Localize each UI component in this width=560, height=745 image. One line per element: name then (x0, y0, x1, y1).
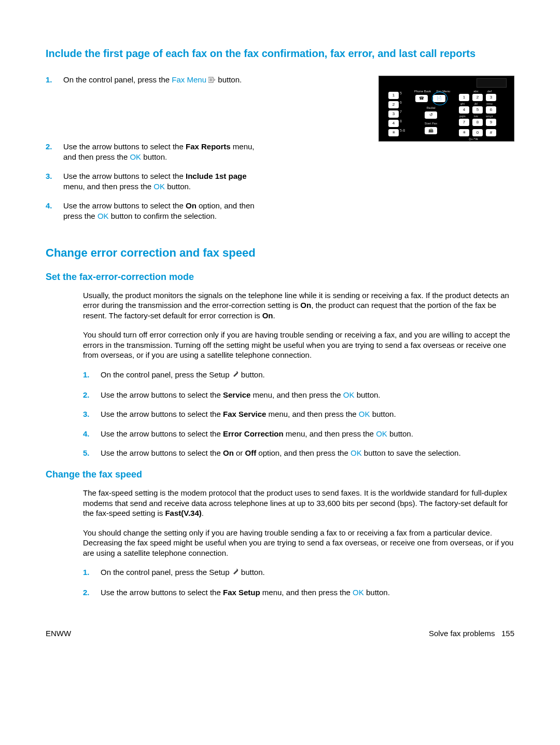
page-footer: ENWW Solve fax problems 155 (46, 628, 514, 639)
steps-list-3: On the control panel, press the Setup bu… (83, 567, 514, 597)
fax-menu-icon (208, 75, 216, 86)
subheading-set-fax-error-correction: Set the fax-error-correction mode (46, 271, 514, 283)
control-panel-figure: 15 26 37 48 ✳5-8 Phone Book Fax Menu ☎ 📄… (379, 76, 514, 142)
step-item: Use the arrow buttons to select the Fax … (83, 409, 514, 419)
step-item: Use the arrow buttons to select the Incl… (46, 171, 263, 191)
step-item: On the control panel, press the Fax Menu… (46, 75, 358, 86)
paragraph: Usually, the product monitors the signal… (83, 290, 514, 321)
paragraph: The fax-speed setting is the modem proto… (83, 488, 514, 518)
fax-menu-link: Fax Menu (172, 75, 206, 84)
footer-left: ENWW (46, 628, 71, 639)
steps-list-2: On the control panel, press the Setup bu… (83, 370, 514, 458)
paragraph: You should change the setting only if yo… (83, 528, 514, 558)
step-item: Use the arrow buttons to select the Fax … (83, 587, 514, 598)
step-item: Use the arrow buttons to select the Fax … (46, 142, 263, 162)
footer-right: Solve fax problems 155 (429, 628, 514, 639)
step-item: Use the arrow buttons to select the Erro… (83, 429, 514, 439)
section-heading-change-error-correction: Change error correction and fax speed (46, 246, 514, 261)
wrench-icon (232, 370, 239, 381)
steps-list-1: On the control panel, press the Fax Menu… (46, 75, 358, 86)
step-item: Use the arrow buttons to select the Serv… (83, 390, 514, 400)
wrench-icon (232, 568, 239, 578)
steps-list-1b: Use the arrow buttons to select the Fax … (46, 142, 263, 221)
step-item: Use the arrow buttons to select the On o… (46, 201, 263, 221)
step-item: On the control panel, press the Setup bu… (83, 370, 514, 381)
step-item: On the control panel, press the Setup bu… (83, 567, 514, 578)
subheading-change-fax-speed: Change the fax speed (46, 469, 514, 481)
paragraph: You should turn off error correction onl… (83, 330, 514, 360)
step-item: Use the arrow buttons to select the On o… (83, 448, 514, 458)
section-heading-include-first-page: Include the first page of each fax on th… (46, 47, 514, 60)
